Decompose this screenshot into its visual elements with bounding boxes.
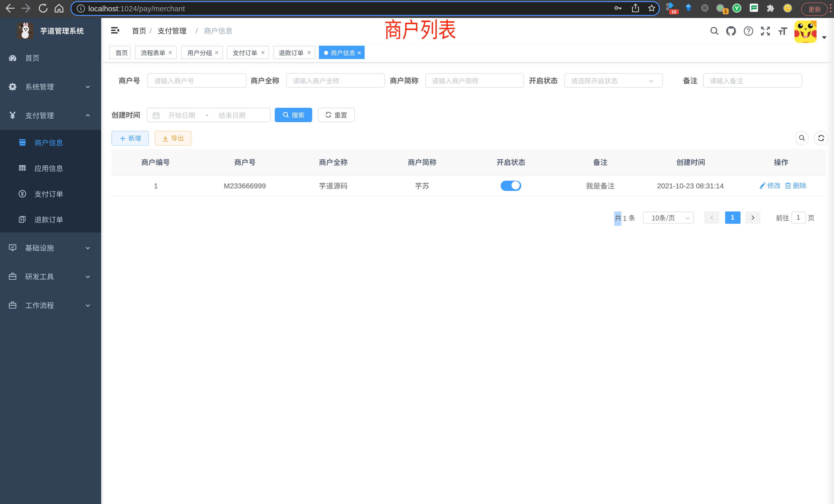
- svg-text:⌘: ⌘: [702, 5, 707, 11]
